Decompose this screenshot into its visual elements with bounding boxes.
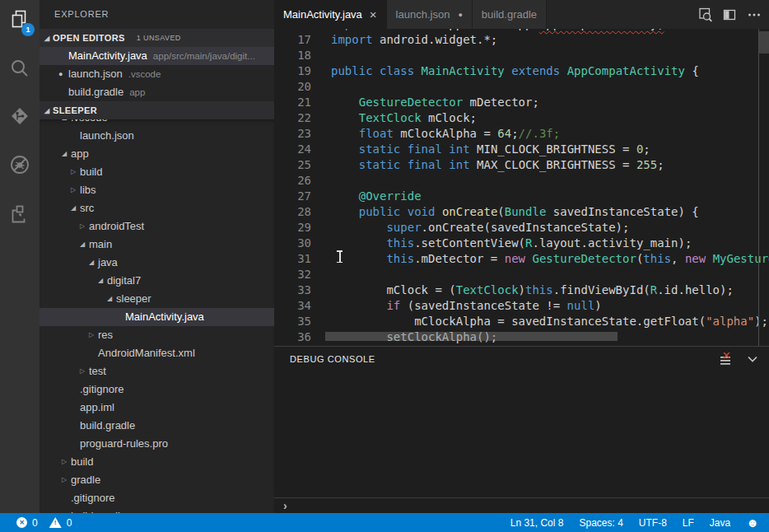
folder-section-header[interactable]: ◢ SLEEPER — [40, 101, 274, 119]
code-line: 17import android.widget.*; — [274, 32, 769, 48]
tree-item[interactable]: ◢app — [40, 145, 274, 163]
code-editor[interactable]: 16import android.support.v7.app.AppCompa… — [274, 29, 769, 346]
tree-item[interactable]: .gitignore — [40, 489, 274, 507]
line-number: 17 — [274, 32, 311, 48]
ellipsis-icon — [747, 7, 762, 22]
tree-item[interactable]: build.gradle — [40, 417, 274, 435]
tree-item[interactable]: .gitignore — [40, 380, 274, 399]
debug-console-input[interactable]: › — [274, 497, 769, 513]
explorer-button[interactable]: 1 — [0, 0, 40, 40]
line-number: 19 — [274, 63, 311, 79]
tree-item[interactable]: ▷build — [40, 453, 274, 471]
tree-item[interactable]: ◢src — [40, 199, 274, 217]
horizontal-scrollbar-thumb[interactable] — [325, 332, 618, 341]
code-line: 18 — [274, 48, 769, 63]
close-panel-button[interactable] — [744, 351, 761, 367]
status-bar: 0 0 Ln 31, Col 8Spaces: 4UTF-8LFJava☻ — [0, 513, 769, 532]
tree-item-label: src — [80, 199, 94, 217]
code-line: 19public class MainActivity extends AppC… — [274, 63, 769, 79]
tree-item-label: main — [89, 236, 112, 254]
extensions-icon — [8, 203, 31, 226]
tree-item[interactable]: ▷gradle — [40, 471, 274, 489]
open-editors-header[interactable]: ◢ OPEN EDITORS 1 UNSAVED — [40, 29, 274, 47]
panel-actions — [718, 347, 761, 371]
code-text: public class MainActivity extends AppCom… — [331, 64, 699, 77]
git-icon — [8, 105, 31, 128]
tree-item-label: app.iml — [80, 399, 114, 417]
code-line: 27 @Override — [274, 189, 769, 204]
sidebar-title: EXPLORER — [40, 0, 274, 29]
tree-item[interactable]: ◢digital7 — [40, 272, 274, 290]
tree-item[interactable]: app.iml — [40, 399, 274, 417]
line-number: 32 — [274, 267, 311, 282]
tree-item[interactable]: ◢java — [40, 254, 274, 272]
explorer-sidebar: EXPLORER ◢ OPEN EDITORS 1 UNSAVED MainAc… — [40, 0, 274, 513]
more-actions-button[interactable] — [746, 7, 762, 23]
twisty-expanded-icon: ◢ — [98, 272, 107, 290]
code-text: mClockAlpha = savedInstanceState.getFloa… — [331, 315, 768, 328]
tree-item[interactable]: ◢sleeper — [40, 290, 274, 308]
tree-item[interactable]: ▷test — [40, 362, 274, 380]
feedback-smiley-icon[interactable]: ☻ — [746, 516, 759, 529]
code-line: 22 TextClock mClock; — [274, 110, 769, 126]
split-editor-button[interactable] — [721, 7, 738, 23]
tree-item[interactable]: proguard-rules.pro — [40, 435, 274, 453]
tree-item[interactable]: ◢.vscode — [40, 119, 274, 127]
tree-item[interactable]: ▷res — [40, 326, 274, 344]
code-line: 24 static final int MIN_CLOCK_BRIGHTNESS… — [274, 142, 769, 157]
line-number: 20 — [274, 79, 311, 95]
tree-item[interactable]: launch.json — [40, 127, 274, 145]
source-control-button[interactable] — [0, 96, 40, 136]
tree-item[interactable]: MainActivity.java — [40, 308, 274, 326]
tab-debug-console[interactable]: DEBUG CONSOLE — [274, 354, 375, 364]
chevron-expanded-icon: ◢ — [40, 107, 53, 114]
twisty-expanded-icon: ◢ — [107, 290, 116, 308]
code-text: TextClock mClock; — [331, 111, 477, 124]
tree-item[interactable]: ▷androidTest — [40, 217, 274, 236]
tree-item[interactable]: ▷libs — [40, 181, 274, 199]
status-item[interactable]: UTF-8 — [639, 517, 667, 529]
tree-item[interactable]: ◢main — [40, 236, 274, 254]
tab-build.gradle[interactable]: build.gradle — [473, 0, 547, 29]
editor-ruler — [758, 29, 759, 346]
tab-MainActivity.java[interactable]: MainActivity.java× — [274, 0, 387, 29]
line-number: 27 — [274, 189, 311, 204]
clear-console-button[interactable] — [718, 351, 734, 367]
search-icon — [8, 58, 31, 81]
code-text: super.onCreate(savedInstanceState); — [331, 221, 629, 234]
code-line: 23 float mClockAlpha = 64;//.3f; — [274, 126, 769, 142]
chevron-expanded-icon: ◢ — [40, 35, 53, 42]
open-preview-button[interactable] — [697, 7, 713, 23]
line-number: 33 — [274, 282, 311, 298]
line-number: 18 — [274, 48, 311, 63]
problems-status[interactable]: 0 0 — [0, 517, 72, 529]
split-editor-icon — [722, 7, 737, 22]
tree-item[interactable]: build.gradle — [40, 507, 274, 513]
open-editor-filename: launch.json — [68, 68, 123, 80]
open-editor-filename: build.gradle — [68, 86, 124, 98]
close-icon[interactable]: × — [370, 8, 377, 21]
status-item[interactable]: LF — [683, 517, 694, 529]
status-item[interactable]: Java — [710, 517, 730, 529]
code-text: GestureDetector mDetector; — [331, 96, 539, 109]
open-editor-item[interactable]: ●launch.json.vscode — [40, 65, 274, 83]
code-text: mClock = (TextClock)this.findViewById(R.… — [331, 283, 734, 296]
tree-item-label: build — [80, 163, 102, 181]
vertical-scrollbar-thumb[interactable] — [759, 31, 769, 54]
open-editor-item[interactable]: build.gradleapp — [40, 83, 274, 101]
code-text: import android.widget.*; — [331, 33, 497, 46]
extensions-button[interactable] — [0, 194, 40, 234]
status-item[interactable]: Spaces: 4 — [579, 517, 622, 529]
code-text: this.mDetector = new GestureDetector(thi… — [331, 252, 769, 265]
search-button[interactable] — [0, 49, 40, 89]
tree-item[interactable]: ▷build — [40, 163, 274, 181]
code-text: @Override — [331, 189, 422, 203]
tab-launch.json[interactable]: launch.json● — [387, 0, 473, 29]
line-number: 25 — [274, 157, 311, 173]
debug-button[interactable] — [0, 145, 40, 184]
tree-item-label: app — [71, 145, 89, 163]
open-editor-item[interactable]: MainActivity.javaapp/src/main/java/digit… — [40, 47, 274, 65]
status-item[interactable]: Ln 31, Col 8 — [510, 517, 564, 529]
code-line: 28 public void onCreate(Bundle savedInst… — [274, 204, 769, 220]
tree-item[interactable]: AndroidManifest.xml — [40, 344, 274, 362]
